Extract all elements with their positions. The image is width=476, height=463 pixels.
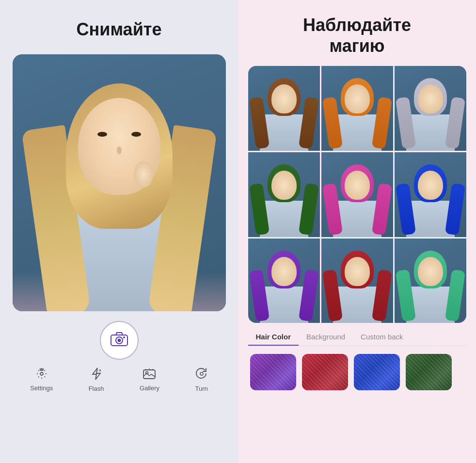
nav-item-turn[interactable]: Turn xyxy=(195,367,208,392)
tab-hair-color[interactable]: Hair Color xyxy=(248,329,299,346)
svg-text:a: a xyxy=(99,368,101,372)
result-cell-gray[interactable] xyxy=(395,66,466,151)
gallery-icon xyxy=(143,368,156,383)
result-cell-blue[interactable] xyxy=(395,152,466,237)
result-cell-green[interactable] xyxy=(248,152,320,237)
flash-label: Flash xyxy=(89,385,104,392)
tab-bar: Hair Color Background Custom back xyxy=(248,329,466,346)
camera-icon xyxy=(111,332,128,350)
right-panel: Наблюдайте магию xyxy=(238,0,476,463)
swatch-blue[interactable] xyxy=(354,354,400,390)
result-cell-mint[interactable] xyxy=(395,239,466,323)
left-panel: Снимайте xyxy=(0,0,238,463)
tab-custom-back[interactable]: Custom back xyxy=(353,329,411,346)
color-swatches xyxy=(248,354,466,390)
shutter-button[interactable] xyxy=(100,321,139,360)
settings-icon xyxy=(36,368,48,383)
nav-item-gallery[interactable]: Gallery xyxy=(140,368,159,392)
right-title: Наблюдайте магию xyxy=(303,15,411,56)
flash-icon: a xyxy=(91,367,102,383)
result-cell-orange[interactable] xyxy=(321,66,393,151)
turn-icon xyxy=(195,367,208,383)
turn-label: Turn xyxy=(195,385,208,392)
result-cell-brown[interactable] xyxy=(248,66,320,151)
svg-point-3 xyxy=(123,336,125,338)
results-grid xyxy=(248,66,466,323)
bottom-nav: Settings a Flash Gallery xyxy=(13,367,226,392)
swatch-purple[interactable] xyxy=(250,354,296,390)
nav-item-flash[interactable]: a Flash xyxy=(89,367,104,392)
tab-background[interactable]: Background xyxy=(299,329,353,346)
camera-preview xyxy=(13,54,226,311)
gallery-label: Gallery xyxy=(140,384,159,392)
swatch-green[interactable] xyxy=(406,354,452,390)
svg-point-9 xyxy=(200,372,203,375)
result-cell-purple[interactable] xyxy=(248,239,320,323)
left-title: Снимайте xyxy=(77,19,162,40)
preview-person xyxy=(13,54,226,311)
result-cell-pink[interactable] xyxy=(321,152,393,237)
svg-point-4 xyxy=(40,372,43,375)
swatch-red[interactable] xyxy=(302,354,348,390)
nav-item-settings[interactable]: Settings xyxy=(30,368,53,392)
settings-label: Settings xyxy=(30,384,53,392)
svg-point-2 xyxy=(117,338,121,342)
camera-controls xyxy=(13,321,226,360)
result-cell-red[interactable] xyxy=(321,239,393,323)
